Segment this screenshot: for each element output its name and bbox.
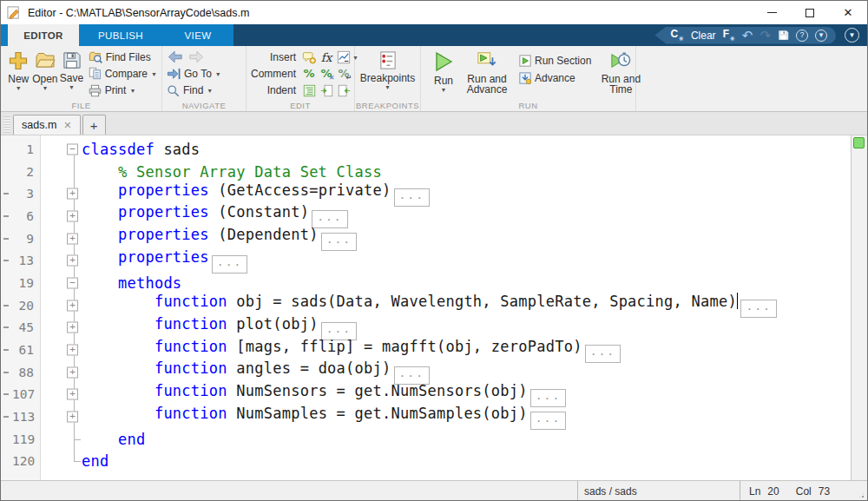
code-text[interactable]: end (82, 452, 108, 470)
run-section-button[interactable]: Run Section (519, 52, 591, 69)
code-text[interactable]: classdef sads (82, 141, 200, 158)
undo-icon[interactable]: ↶ (742, 29, 753, 42)
go-to-button[interactable]: Go To ▼ (167, 65, 221, 82)
fold-toggle-icon[interactable]: + (67, 188, 78, 200)
indent-right-button[interactable] (318, 82, 335, 98)
new-tab-button[interactable]: + (82, 115, 106, 135)
tab-view[interactable]: VIEW (162, 24, 233, 46)
breakpoint-alley[interactable] (1, 405, 12, 428)
code-line[interactable]: 113+ function NumSamples = get.NumSample… (1, 405, 851, 428)
code-line[interactable]: 6+ properties (Constant)... (1, 205, 851, 227)
quick-save-icon[interactable] (778, 30, 789, 41)
ribbon-options-icon[interactable]: ▼ (845, 28, 859, 43)
code-line[interactable]: 1−classdef sads (1, 138, 851, 161)
breakpoint-alley[interactable] (1, 428, 12, 451)
comment-button[interactable]: % (300, 66, 318, 82)
breakpoint-alley[interactable] (1, 451, 12, 473)
save-button[interactable]: Save ▼ (58, 49, 85, 99)
code-analyzer-indicator[interactable] (853, 137, 865, 148)
fold-toggle-icon[interactable]: + (67, 210, 78, 221)
maximize-button[interactable] (791, 1, 829, 24)
tab-editor[interactable]: EDITOR (8, 24, 79, 46)
code-line[interactable]: 45+ function plot(obj)... (1, 317, 851, 339)
find-button[interactable]: Find ▼ (167, 82, 221, 99)
folded-code-ellipsis[interactable]: ... (530, 412, 566, 430)
shortcut-c-button[interactable]: C✳ (670, 29, 684, 41)
fold-toggle-icon[interactable]: + (67, 233, 78, 244)
run-and-advance-button[interactable]: Run and Advance (462, 49, 512, 95)
folded-code-ellipsis[interactable]: ... (585, 345, 621, 363)
redo-icon[interactable]: ↷ (760, 29, 771, 42)
find-files-button[interactable]: Find Files (89, 49, 157, 65)
code-line[interactable]: 20+ function obj = sads(Data, Wavelength… (1, 294, 851, 317)
code-line[interactable]: 120end (1, 451, 851, 473)
help-icon[interactable]: ? (796, 30, 808, 42)
tab-strip-grip[interactable] (3, 116, 10, 133)
back-button[interactable] (167, 49, 184, 65)
fold-toggle-icon[interactable]: + (67, 389, 78, 400)
folded-code-ellipsis[interactable]: ... (740, 300, 776, 318)
fold-toggle-icon[interactable]: − (67, 143, 78, 155)
fold-toggle-icon[interactable]: + (67, 322, 78, 333)
code-line[interactable]: 9+ properties (Dependent)... (1, 227, 851, 250)
advance-button[interactable]: Advance (519, 69, 591, 87)
breakpoint-alley[interactable] (1, 361, 12, 384)
open-button[interactable]: Open ▼ (32, 49, 59, 99)
code-text[interactable]: function angles = doa(obj)... (82, 359, 430, 385)
code-line[interactable]: 19− methods (1, 272, 851, 294)
fold-toggle-icon[interactable]: + (67, 412, 78, 423)
quick-access-dropdown-icon[interactable]: ▾ (815, 30, 827, 42)
breakpoint-alley[interactable] (1, 294, 12, 317)
code-text[interactable]: % Sensor Array Data Set Class (82, 163, 382, 181)
code-line[interactable]: 3+ properties (GetAccess=private)... (1, 182, 851, 205)
fold-toggle-icon[interactable]: + (67, 300, 78, 311)
code-text[interactable]: methods (82, 274, 181, 292)
breakpoint-alley[interactable] (1, 272, 12, 294)
breakpoint-alley[interactable] (1, 182, 12, 205)
insert-section-button[interactable] (335, 49, 352, 65)
breakpoint-alley[interactable] (1, 384, 12, 406)
breakpoints-button[interactable]: Breakpoints ▼ (359, 49, 416, 99)
code-text[interactable]: function [mags, fflip] = magfft(obj, zer… (82, 338, 621, 363)
code-text[interactable]: function plot(obj)... (82, 315, 357, 340)
smart-indent-button[interactable] (300, 82, 318, 98)
insert-comment-button[interactable] (300, 49, 318, 65)
code-line[interactable]: 88+ function angles = doa(obj)... (1, 361, 851, 384)
code-text[interactable]: function NumSamples = get.NumSamples(obj… (82, 405, 566, 430)
code-text[interactable]: properties (Constant)... (82, 203, 348, 228)
compare-button[interactable]: Compare ▼ (89, 65, 157, 82)
shortcut-f-button[interactable]: F✳ (723, 29, 735, 41)
breakpoint-alley[interactable] (1, 138, 12, 161)
breakpoint-alley[interactable] (1, 339, 12, 361)
code-editor[interactable]: 1−classdef sads2 % Sensor Array Data Set… (1, 135, 851, 480)
code-line[interactable]: 61+ function [mags, fflip] = magfft(obj,… (1, 339, 851, 361)
tab-publish[interactable]: PUBLISH (79, 24, 162, 46)
wrap-comments-button[interactable]: %↵ (335, 66, 352, 82)
doc-tab-sads[interactable]: sads.m ✕ (13, 115, 81, 135)
code-line[interactable]: 107+ function NumSensors = get.NumSensor… (1, 384, 851, 406)
resize-grip[interactable] (855, 481, 867, 501)
run-button[interactable]: Run ▼ (425, 49, 462, 93)
forward-button[interactable] (187, 49, 205, 65)
indent-left-button[interactable] (335, 82, 352, 98)
code-text[interactable]: function NumSensors = get.NumSensors(obj… (82, 382, 566, 407)
code-line[interactable]: 2 % Sensor Array Data Set Class (1, 161, 851, 183)
folded-code-ellipsis[interactable]: ... (394, 188, 430, 207)
folded-code-ellipsis[interactable]: ... (212, 255, 247, 274)
fold-toggle-icon[interactable]: + (67, 366, 78, 378)
fold-toggle-icon[interactable]: − (67, 277, 78, 288)
breakpoint-alley[interactable] (1, 317, 12, 339)
breakpoint-alley[interactable] (1, 249, 12, 272)
insert-function-button[interactable]: fx (318, 49, 335, 65)
close-button[interactable]: ✕ (829, 1, 867, 24)
breakpoint-alley[interactable] (1, 205, 12, 227)
new-button[interactable]: New ▼ (5, 49, 32, 99)
print-button[interactable]: Print ▼ (89, 82, 157, 99)
fold-toggle-icon[interactable]: + (67, 345, 78, 356)
code-text[interactable]: end (82, 431, 145, 448)
code-text[interactable]: properties... (82, 248, 247, 274)
uncomment-button[interactable]: %✕ (318, 66, 335, 82)
fold-toggle-icon[interactable]: + (67, 255, 78, 267)
minimize-button[interactable] (753, 1, 791, 24)
run-and-time-button[interactable]: Run and Time (596, 49, 645, 95)
